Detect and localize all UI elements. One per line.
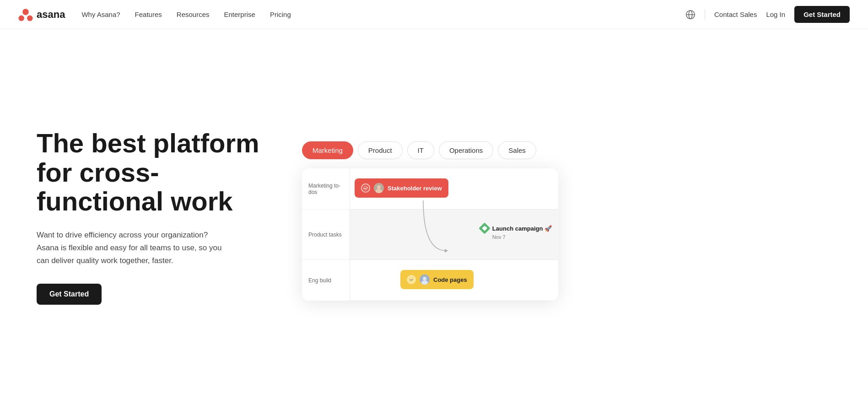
logo-text: asana xyxy=(37,9,65,21)
hero-cta-button[interactable]: Get Started xyxy=(37,284,102,305)
milestone-launch: Launch campaign 🚀 Nov 7 xyxy=(480,223,552,240)
category-tabs: Marketing Product IT Operations Sales xyxy=(302,141,536,159)
timeline-content: Stakeholder review xyxy=(350,168,558,301)
avatar-2-icon xyxy=(420,275,430,285)
avatar-icon xyxy=(374,183,384,193)
hero-section: The best platform for cross-functional w… xyxy=(0,29,868,404)
hero-right: Marketing Product IT Operations Sales Ma… xyxy=(302,132,831,301)
log-in-link[interactable]: Log In xyxy=(766,11,785,18)
nav-link-why-asana[interactable]: Why Asana? xyxy=(81,11,120,18)
task-name-code: Code pages xyxy=(433,276,467,283)
navbar: asana Why Asana? Features Resources Ente… xyxy=(0,0,868,29)
timeline-card: Marketing to-dos Product tasks Eng build xyxy=(302,168,558,301)
svg-point-8 xyxy=(377,185,381,189)
tab-sales[interactable]: Sales xyxy=(498,141,536,159)
label-eng-build: Eng build xyxy=(302,260,350,301)
nav-link-resources[interactable]: Resources xyxy=(177,11,210,18)
svg-point-2 xyxy=(27,15,32,21)
milestone-top: Launch campaign 🚀 xyxy=(480,223,552,233)
milestone-date: Nov 7 xyxy=(492,234,506,240)
contact-sales-link[interactable]: Contact Sales xyxy=(714,11,757,18)
svg-point-13 xyxy=(423,277,426,280)
timeline-inner: Marketing to-dos Product tasks Eng build xyxy=(302,168,558,301)
hero-left: The best platform for cross-functional w… xyxy=(37,129,275,305)
timeline-row-product: Launch campaign 🚀 Nov 7 xyxy=(350,210,558,260)
nav-divider xyxy=(705,9,705,20)
timeline-labels: Marketing to-dos Product tasks Eng build xyxy=(302,168,350,301)
check-in-diamond xyxy=(480,223,490,233)
nav-links: Why Asana? Features Resources Enterprise… xyxy=(81,11,291,18)
nav-link-enterprise[interactable]: Enterprise xyxy=(224,11,255,18)
check-icon-yellow xyxy=(407,275,416,284)
asana-logo-icon xyxy=(18,8,33,21)
tab-operations[interactable]: Operations xyxy=(439,141,493,159)
nav-left: asana Why Asana? Features Resources Ente… xyxy=(18,8,291,21)
user-avatar-2 xyxy=(420,275,430,285)
tab-marketing[interactable]: Marketing xyxy=(302,141,353,159)
checkmark-yellow-icon xyxy=(409,277,414,282)
nav-right: Contact Sales Log In Get Started xyxy=(685,6,850,23)
get-started-button[interactable]: Get Started xyxy=(794,6,850,23)
nav-link-pricing[interactable]: Pricing xyxy=(270,11,291,18)
checkmark-icon xyxy=(363,186,368,190)
task-name-stakeholder: Stakeholder review xyxy=(388,185,442,192)
svg-point-0 xyxy=(22,9,29,15)
tab-it[interactable]: IT xyxy=(407,141,434,159)
tab-product[interactable]: Product xyxy=(358,141,403,159)
timeline-row-eng: Code pages xyxy=(350,260,558,301)
check-icon xyxy=(361,183,370,193)
svg-point-1 xyxy=(18,15,24,21)
svg-marker-10 xyxy=(445,249,448,253)
globe-icon[interactable] xyxy=(685,10,695,20)
user-avatar-1 xyxy=(374,183,384,193)
label-product-tasks: Product tasks xyxy=(302,210,350,260)
hero-title: The best platform for cross-functional w… xyxy=(37,129,275,216)
diamond-icon xyxy=(480,223,490,233)
logo[interactable]: asana xyxy=(18,8,65,21)
timeline-row-marketing: Stakeholder review xyxy=(350,168,558,210)
milestone-title: Launch campaign 🚀 xyxy=(492,225,552,232)
task-stakeholder-review[interactable]: Stakeholder review xyxy=(355,178,448,198)
task-code-pages[interactable]: Code pages xyxy=(400,270,474,289)
hero-description: Want to drive efficiency across your org… xyxy=(37,229,229,267)
nav-link-features[interactable]: Features xyxy=(135,11,162,18)
label-marketing-todos: Marketing to-dos xyxy=(302,168,350,210)
